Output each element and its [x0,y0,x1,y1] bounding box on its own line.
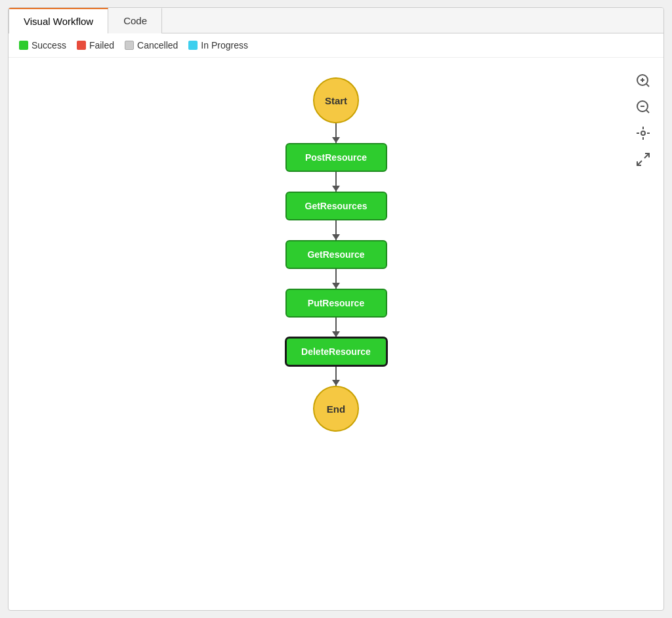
failed-icon [77,41,86,50]
arrow-6 [335,366,337,386]
node-put-resource[interactable]: PutResource [285,289,387,318]
main-container: Visual Workflow Code Success Failed Canc… [8,7,664,611]
legend-success: Success [19,40,66,51]
legend-in-progress-label: In Progress [201,40,248,51]
svg-point-7 [641,131,645,135]
expand-button[interactable] [633,150,653,169]
zoom-in-button[interactable] [633,71,653,91]
node-end[interactable]: End [313,386,359,432]
svg-line-13 [637,161,642,165]
legend-success-label: Success [32,40,66,51]
tab-code[interactable]: Code [108,8,162,33]
legend-cancelled-label: Cancelled [137,40,178,51]
arrow-1 [335,123,337,143]
arrow-3 [335,220,337,240]
legend: Success Failed Cancelled In Progress [9,33,663,58]
node-post-resource[interactable]: PostResource [285,143,387,172]
legend-failed-label: Failed [89,40,114,51]
svg-line-12 [644,154,649,158]
workflow-diagram: Start PostResource GetResources GetResou… [9,58,663,432]
node-get-resource[interactable]: GetResource [285,240,387,269]
legend-cancelled: Cancelled [125,40,178,51]
success-icon [19,41,28,50]
node-start[interactable]: Start [313,77,359,123]
tab-visual-workflow[interactable]: Visual Workflow [9,8,108,33]
arrow-5 [335,318,337,337]
legend-in-progress: In Progress [188,40,248,51]
svg-line-6 [646,110,649,113]
canvas-area: Start PostResource GetResources GetResou… [9,58,663,610]
arrow-4 [335,269,337,289]
in-progress-icon [188,41,198,50]
legend-failed: Failed [77,40,114,51]
zoom-controls [633,71,653,169]
cancelled-icon [125,41,134,50]
arrow-2 [335,172,337,192]
node-get-resources[interactable]: GetResources [285,192,387,220]
zoom-out-button[interactable] [633,97,653,117]
tab-bar: Visual Workflow Code [9,8,663,33]
svg-line-3 [646,84,649,87]
node-delete-resource[interactable]: DeleteResource [285,337,387,366]
center-button[interactable] [633,123,653,143]
